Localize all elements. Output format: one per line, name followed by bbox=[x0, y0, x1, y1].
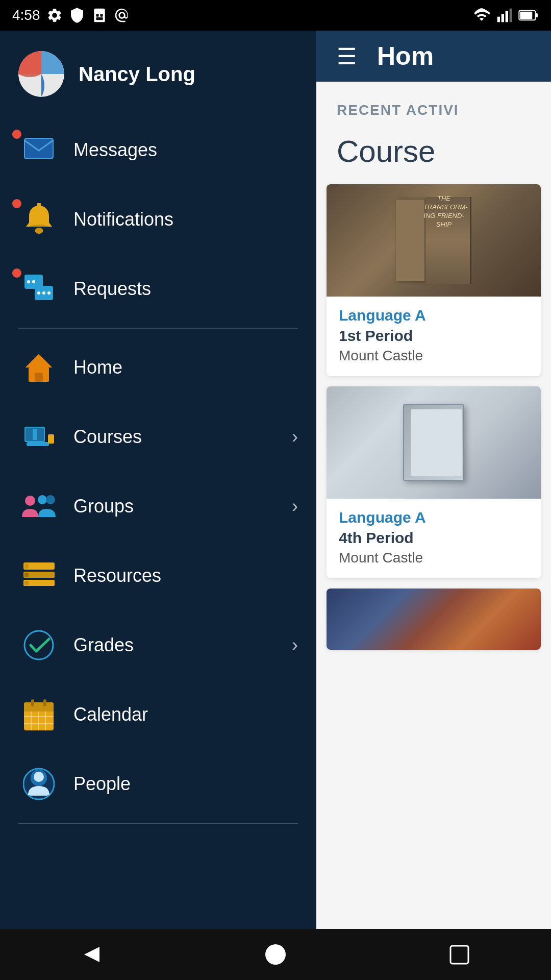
sidebar-item-messages[interactable]: Messages bbox=[0, 115, 316, 185]
course-card-1-period: 1st Period bbox=[339, 327, 529, 345]
sidebar-item-requests[interactable]: Requests bbox=[0, 254, 316, 324]
grades-icon bbox=[18, 625, 59, 666]
requests-dot bbox=[12, 268, 21, 278]
svg-rect-9 bbox=[520, 12, 532, 19]
people-icon bbox=[18, 764, 59, 804]
sidebar-item-resources[interactable]: Resources bbox=[0, 541, 316, 610]
time-display: 4:58 bbox=[12, 7, 40, 23]
settings-icon bbox=[46, 7, 63, 23]
svg-point-56 bbox=[265, 944, 286, 965]
messages-icon bbox=[18, 130, 59, 170]
svg-rect-5 bbox=[502, 14, 504, 22]
svg-rect-41 bbox=[24, 707, 54, 712]
user-name: Nancy Long bbox=[79, 63, 195, 86]
groups-icon bbox=[18, 486, 59, 527]
sidebar-item-grades[interactable]: Grades › bbox=[0, 610, 316, 680]
home-button[interactable] bbox=[255, 934, 296, 975]
avatar bbox=[18, 51, 64, 97]
course-card-1-location: Mount Castle bbox=[339, 348, 529, 364]
sidebar-item-home[interactable]: Home bbox=[0, 333, 316, 402]
course-card-2-location: Mount Castle bbox=[339, 550, 529, 566]
notifications-dot bbox=[12, 199, 21, 208]
course-card-3[interactable] bbox=[327, 589, 541, 650]
book-image-1: THE TRANSFORM-ING FRIEND-SHIP bbox=[327, 184, 541, 297]
svg-point-16 bbox=[27, 280, 30, 283]
main-layout: Nancy Long Messages bbox=[0, 31, 551, 980]
svg-marker-55 bbox=[84, 947, 99, 962]
courses-section-title: Course bbox=[316, 129, 551, 184]
svg-rect-4 bbox=[497, 17, 500, 22]
course-card-1-info: Language A 1st Period Mount Castle bbox=[327, 297, 541, 376]
svg-rect-3 bbox=[96, 17, 103, 20]
svg-rect-26 bbox=[33, 429, 37, 440]
at-icon bbox=[114, 7, 130, 23]
battery-icon bbox=[518, 7, 539, 23]
svg-rect-47 bbox=[31, 699, 34, 706]
courses-chevron-icon: › bbox=[292, 426, 298, 448]
home-icon bbox=[18, 347, 59, 388]
svg-rect-1 bbox=[96, 14, 98, 16]
notifications-icon bbox=[18, 199, 59, 240]
course-card-1[interactable]: THE TRANSFORM-ING FRIEND-SHIP Language A… bbox=[327, 184, 541, 376]
sidebar: Nancy Long Messages bbox=[0, 31, 316, 980]
sidebar-item-courses[interactable]: Courses › bbox=[0, 402, 316, 472]
messages-dot bbox=[12, 130, 21, 139]
sim-icon bbox=[91, 7, 108, 23]
svg-point-19 bbox=[37, 291, 40, 295]
svg-rect-37 bbox=[24, 581, 29, 585]
courses-label: Courses bbox=[73, 426, 292, 448]
grades-label: Grades bbox=[73, 634, 292, 656]
sidebar-item-groups[interactable]: Groups › bbox=[0, 472, 316, 541]
course-card-2[interactable]: Language A 4th Period Mount Castle bbox=[327, 386, 541, 578]
wifi-icon bbox=[473, 7, 490, 23]
sidebar-item-notifications[interactable]: Notifications bbox=[0, 185, 316, 254]
svg-rect-57 bbox=[450, 946, 468, 964]
svg-rect-7 bbox=[510, 9, 512, 22]
requests-label: Requests bbox=[73, 278, 298, 300]
svg-point-21 bbox=[47, 291, 51, 295]
svg-rect-2 bbox=[100, 14, 103, 16]
svg-rect-36 bbox=[24, 573, 29, 577]
course-card-2-info: Language A 4th Period Mount Castle bbox=[327, 499, 541, 578]
status-bar: 4:58 bbox=[0, 0, 551, 31]
svg-point-54 bbox=[34, 772, 44, 782]
back-button[interactable] bbox=[71, 934, 112, 975]
requests-icon bbox=[18, 268, 59, 309]
recent-activity-label: RECENT ACTIVI bbox=[316, 82, 551, 129]
home-circle-icon bbox=[263, 942, 288, 967]
messages-label: Messages bbox=[73, 139, 298, 161]
resources-label: Resources bbox=[73, 565, 298, 586]
svg-rect-28 bbox=[48, 434, 54, 444]
course-card-2-subject: Language A bbox=[339, 509, 529, 526]
course-card-1-subject: Language A bbox=[339, 307, 529, 324]
svg-point-14 bbox=[35, 228, 43, 234]
sidebar-item-calendar[interactable]: Calendar bbox=[0, 680, 316, 749]
svg-point-31 bbox=[46, 495, 55, 504]
course-card-1-image: THE TRANSFORM-ING FRIEND-SHIP bbox=[327, 184, 541, 297]
recents-button[interactable] bbox=[439, 934, 480, 975]
svg-rect-48 bbox=[43, 699, 46, 706]
svg-point-17 bbox=[32, 280, 35, 283]
notifications-label: Notifications bbox=[73, 209, 298, 230]
grades-chevron-icon: › bbox=[292, 634, 298, 656]
sidebar-item-people[interactable]: People bbox=[0, 749, 316, 819]
svg-point-30 bbox=[38, 495, 47, 504]
svg-rect-10 bbox=[536, 13, 538, 17]
right-panel: ☰ Hom RECENT ACTIVI Course THE TRANSFORM… bbox=[316, 31, 551, 980]
shield-icon bbox=[69, 7, 85, 23]
bottom-navigation bbox=[0, 929, 551, 980]
svg-point-29 bbox=[25, 496, 35, 506]
groups-label: Groups bbox=[73, 496, 292, 517]
groups-chevron-icon: › bbox=[292, 496, 298, 517]
svg-point-20 bbox=[42, 291, 45, 295]
status-bar-right bbox=[473, 7, 539, 23]
svg-rect-0 bbox=[94, 9, 105, 22]
nav-divider-1 bbox=[18, 328, 298, 329]
course-card-2-image bbox=[327, 386, 541, 499]
book-image-2 bbox=[327, 386, 541, 499]
svg-rect-12 bbox=[24, 138, 53, 159]
avatar-image bbox=[18, 51, 64, 97]
hamburger-icon[interactable]: ☰ bbox=[337, 43, 357, 69]
book-image-3 bbox=[327, 589, 541, 650]
calendar-label: Calendar bbox=[73, 704, 298, 725]
